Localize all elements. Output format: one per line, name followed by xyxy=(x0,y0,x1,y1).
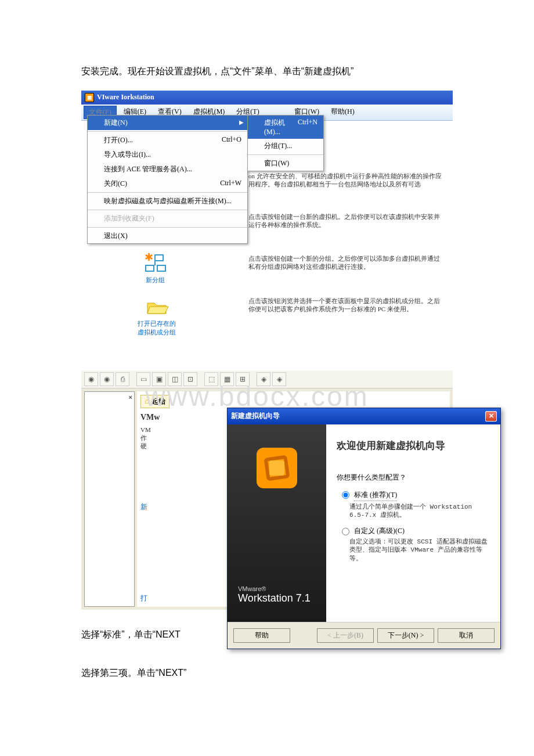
wizard-option-typical[interactable]: 标准 (推荐)(T) 通过几个简单步骤创建一个 Workstation 6.5-… xyxy=(337,489,490,520)
toolbar-btn-1[interactable]: ◉ xyxy=(84,372,98,386)
sidebar-close-icon[interactable]: × xyxy=(129,394,132,401)
wizard-heading: 欢迎使用新建虚拟机向导 xyxy=(337,439,490,452)
screenshot-wizard: ◉ ◉ ⎙ ▭ ▣ ◫ ⊡ ⬚ ▦ ⊞ ◈ ◈ × ⌂起始 VMw VM 作 硬 xyxy=(81,370,453,610)
launcher-open-existing[interactable]: 打开已存在的 虚拟机或分组 xyxy=(136,295,177,337)
screenshot-vmware-menu: ▣ VIware Iorkstation 文件(F) 编辑(E) 查看(V) 虚… xyxy=(81,91,453,365)
menu-item-new[interactable]: 新建(N)▶ xyxy=(88,116,247,130)
toolbar-btn-10[interactable]: ⊞ xyxy=(236,372,250,386)
menu-item-open[interactable]: 打开(O)...Ctrl+O xyxy=(88,133,247,147)
radio-typical[interactable] xyxy=(342,491,349,499)
main-panel: ⌂起始 VMw VM 作 硬 新 打 新建虚拟机向导 ✕ xyxy=(137,391,450,607)
wizard-next-button[interactable]: 下一步(N) > xyxy=(377,628,434,643)
svg-rect-3 xyxy=(155,255,163,261)
submenu-item-team[interactable]: 分组(T)... xyxy=(248,139,323,153)
toolbar-btn-6[interactable]: ◫ xyxy=(168,372,182,386)
option-custom-label: 自定义 (高级)(C) xyxy=(354,526,405,536)
home-tab[interactable]: ⌂起始 xyxy=(140,395,169,408)
submenu-arrow-icon: ▶ xyxy=(239,119,244,125)
toolbar-btn-11[interactable]: ◈ xyxy=(257,372,270,386)
option-typical-desc: 通过几个简单步骤创建一个 Workstation 6.5-7.x 虚拟机。 xyxy=(349,503,490,520)
wizard-question: 你想要什么类型配置？ xyxy=(337,473,490,483)
new-submenu: 虚拟机(M)...Ctrl+N 分组(T)... 窗口(W) xyxy=(247,115,324,171)
open-folder-icon xyxy=(144,295,169,318)
wizard-close-button[interactable]: ✕ xyxy=(485,411,497,422)
wizard-back-button: < 上一步(B) xyxy=(317,628,374,643)
wizard-footer: 帮助 < 上一步(B) 下一步(N) > 取消 xyxy=(228,622,500,649)
wizard-titlebar: 新建虚拟机向导 ✕ xyxy=(228,408,500,424)
toolbar-btn-5[interactable]: ▣ xyxy=(152,372,166,386)
toolbar-btn-7[interactable]: ⊡ xyxy=(183,372,197,386)
launcher-open-existing-label: 打开已存在的 虚拟机或分组 xyxy=(136,319,177,337)
toolbar-btn-9[interactable]: ▦ xyxy=(220,372,234,386)
toolbar-btn-12[interactable]: ◈ xyxy=(272,372,286,386)
submenu-item-window[interactable]: 窗口(W) xyxy=(248,156,323,171)
tab-area: × ⌂起始 VMw VM 作 硬 新 打 新建虚拟机向导 ✕ xyxy=(81,388,453,610)
menu-item-import-export[interactable]: 导入或导出(I)... xyxy=(88,147,247,162)
file-menu-dropdown: 新建(N)▶ 打开(O)...Ctrl+O 导入或导出(I)... 连接到 AC… xyxy=(87,115,248,244)
vmware-logo-icon xyxy=(257,448,297,488)
open-existing-description: 点击该按钮浏览并选择一个要在该面板中显示的虚拟机或分组。之后你便可以把该客户机操… xyxy=(248,297,443,314)
toolbar-btn-8[interactable]: ⬚ xyxy=(204,372,218,386)
wizard-content: 欢迎使用新建虚拟机向导 你想要什么类型配置？ 标准 (推荐)(T) 通过几个简单… xyxy=(326,424,500,622)
new-team-icon: ✱ xyxy=(142,251,168,275)
wizard-sidebar: VMware® Workstation 7.1 xyxy=(228,424,326,622)
wizard-cancel-button[interactable]: 取消 xyxy=(438,628,495,643)
home-icon: ⌂ xyxy=(145,397,149,406)
sidebar-panel: × xyxy=(84,391,135,607)
new-vm-description: 点击该按钮创建一台新的虚拟机。之后你便可以在该虚拟机中安装并运行各种标准的操作系… xyxy=(248,213,443,229)
toolbar-btn-4[interactable]: ▭ xyxy=(136,372,150,386)
menu-item-add-favorite: 添加到收藏夹(F) xyxy=(88,211,247,226)
toolbar: ◉ ◉ ⎙ ▭ ▣ ◫ ⊡ ⬚ ▦ ⊞ ◈ ◈ xyxy=(81,370,453,388)
menu-item-close[interactable]: 关闭(C)Ctrl+W xyxy=(88,177,247,191)
option-typical-label: 标准 (推荐)(T) xyxy=(354,489,397,501)
instruction-text-3: 选择第三项。单击“NEXT” xyxy=(81,665,453,681)
new-team-description: 点击该按钮创建一个新的分组。之后你便可以添加多台虚拟机并通过私有分组虚拟网络对这… xyxy=(248,254,443,271)
submenu-item-vm[interactable]: 虚拟机(M)...Ctrl+N xyxy=(248,116,323,139)
wizard-title-text: 新建虚拟机向导 xyxy=(231,411,280,421)
launcher-new-team-label: 新分组 xyxy=(142,276,168,285)
wizard-option-custom[interactable]: 自定义 (高级)(C) 自定义选项：可以更改 SCSI 适配器和虚拟磁盘类型、指… xyxy=(337,526,490,563)
menu-item-connect-ace[interactable]: 连接到 ACE 管理服务器(A)... xyxy=(88,162,247,177)
app-icon: ▣ xyxy=(85,93,94,102)
wizard-brand: VMware® Workstation 7.1 xyxy=(228,585,326,604)
svg-text:✱: ✱ xyxy=(145,251,153,263)
svg-rect-5 xyxy=(157,265,165,271)
wizard-help-button[interactable]: 帮助 xyxy=(233,628,290,643)
top-description: on 允许在安全的、可移植的虚拟机中运行多种高性能的标准的操作应用程序。每台虚拟… xyxy=(248,172,443,189)
launcher-new-team[interactable]: ✱ 新分组 xyxy=(142,251,168,285)
option-custom-desc: 自定义选项：可以更改 SCSI 适配器和虚拟磁盘类型、指定与旧版本 VMware… xyxy=(349,538,490,563)
menu-help[interactable]: 帮助(H) xyxy=(326,106,359,119)
radio-custom[interactable] xyxy=(342,528,349,535)
menu-item-map-disk[interactable]: 映射虚拟磁盘或与虚拟磁盘断开连接(M)... xyxy=(88,194,247,208)
window-titlebar: ▣ VIware Iorkstation xyxy=(81,91,453,105)
menu-item-exit[interactable]: 退出(X) xyxy=(88,229,247,243)
instruction-text-1: 安装完成。现在开始设置虚拟机，点“文件”菜单、单击“新建虚拟机” xyxy=(81,64,453,79)
toolbar-btn-3[interactable]: ⎙ xyxy=(116,372,129,386)
window-title: VIware Iorkstation xyxy=(97,93,154,102)
svg-rect-4 xyxy=(146,265,154,271)
new-vm-wizard-dialog: 新建虚拟机向导 ✕ VMware® Workstation 7.1 欢迎 xyxy=(227,408,501,649)
toolbar-btn-2[interactable]: ◉ xyxy=(100,372,114,386)
